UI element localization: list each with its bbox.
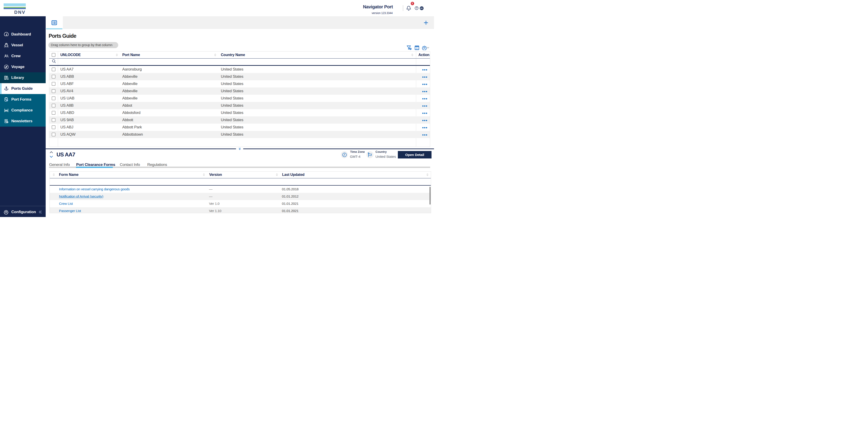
svg-text:?: ? (416, 7, 417, 9)
